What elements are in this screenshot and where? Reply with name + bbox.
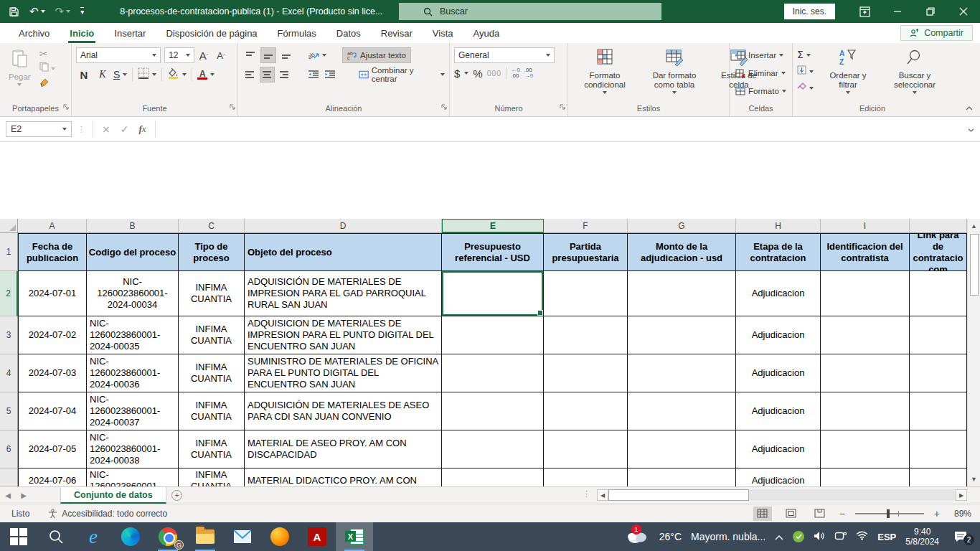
ribbon-display-options-icon[interactable] (848, 0, 881, 23)
cell-a2[interactable]: 2024-07-01 (18, 271, 87, 316)
cell-e4[interactable] (442, 354, 544, 392)
taskbar-file-explorer[interactable] (187, 522, 224, 551)
share-button[interactable]: Compartir (900, 25, 973, 41)
cell-j5[interactable] (910, 392, 967, 430)
cell-j7[interactable] (910, 468, 967, 486)
comma-style-icon[interactable]: 000 (487, 69, 502, 77)
cell-g5[interactable] (628, 392, 736, 430)
align-left-icon[interactable] (242, 67, 258, 83)
restore-button[interactable] (914, 0, 947, 23)
cell-b3[interactable]: NIC-1260023860001-2024-00035 (87, 316, 179, 354)
cell-h5[interactable]: Adjudicacion (736, 392, 821, 430)
delete-cells-button[interactable]: Eliminar (735, 65, 786, 81)
signin-button[interactable]: Inic. ses. (784, 4, 835, 19)
cell-c2[interactable]: INFIMA CUANTIA (179, 271, 245, 316)
zoom-slider-thumb[interactable] (887, 509, 890, 518)
taskbar-chrome[interactable]: G (149, 522, 187, 551)
cell-d5[interactable]: ADQUISICIÓN DE MATERIALES DE ASEO PARA C… (245, 392, 442, 430)
cell-h7[interactable]: Adjudicacion (736, 468, 821, 486)
conditional-formatting-button[interactable]: Formato condicional (573, 47, 637, 102)
align-middle-icon[interactable] (260, 47, 276, 63)
start-button[interactable] (0, 522, 37, 551)
underline-dropdown[interactable] (123, 73, 127, 76)
cell-d3[interactable]: ADQUISICION DE MATERIALES DE IMPRESION P… (245, 316, 442, 354)
scroll-down-icon[interactable]: ▼ (968, 472, 980, 486)
align-center-icon[interactable] (260, 67, 275, 83)
horizontal-scrollbar[interactable]: ◀ ▶ (597, 489, 967, 501)
cell-j6[interactable] (910, 430, 967, 468)
cell-c5[interactable]: INFIMA CUANTIA (179, 392, 245, 430)
undo-icon[interactable]: ↶ (29, 6, 45, 17)
zoom-out-icon[interactable]: − (839, 508, 845, 519)
save-icon[interactable] (9, 6, 19, 17)
font-size-combo[interactable]: 12 (164, 47, 194, 63)
italic-button[interactable]: K (95, 67, 110, 83)
merge-dropdown[interactable] (440, 73, 445, 76)
cell-e6[interactable] (442, 430, 544, 468)
scroll-up-icon[interactable]: ▲ (968, 219, 980, 233)
wifi-icon[interactable] (856, 531, 868, 542)
cell-b7[interactable]: NIC-1260023860001- (87, 468, 179, 486)
col-header-c[interactable]: C (179, 219, 245, 233)
row-header-6[interactable]: 6 (0, 430, 18, 468)
zoom-slider[interactable] (855, 513, 924, 514)
close-button[interactable] (947, 0, 980, 23)
cell-e5[interactable] (442, 392, 544, 430)
tab-inicio[interactable]: Inicio (60, 23, 104, 43)
portapapeles-dialog-launcher[interactable] (63, 100, 69, 113)
cell-h6[interactable]: Adjudicacion (736, 430, 821, 468)
cell-c3[interactable]: INFIMA CUANTIA (179, 316, 245, 354)
taskbar-firefox[interactable] (261, 522, 298, 551)
fuente-dialog-launcher[interactable] (230, 100, 235, 113)
cell-g4[interactable] (628, 354, 736, 392)
grow-font-button[interactable]: Aˆ (196, 47, 212, 63)
weather-widget[interactable]: 1 (626, 527, 650, 546)
cell-e7[interactable] (442, 468, 544, 486)
cell-c4[interactable]: INFIMA CUANTIA (179, 354, 245, 392)
cell-a7[interactable]: 2024-07-06 (18, 468, 87, 486)
horizontal-scroll-thumb[interactable] (608, 489, 749, 501)
zoom-in-icon[interactable]: + (934, 508, 940, 519)
header-cell[interactable]: Fecha de publicacion (18, 233, 87, 271)
cell-c7[interactable]: INFIMA CUANTIA (179, 468, 245, 486)
col-header-i[interactable]: I (821, 219, 910, 233)
cell-d4[interactable]: SUMINISTRO DE MATERIALES DE OFICINA PARA… (245, 354, 442, 392)
header-cell[interactable]: Etapa de la contratacion (736, 233, 821, 271)
tab-datos[interactable]: Datos (326, 23, 371, 43)
tab-disposicion[interactable]: Disposición de página (156, 23, 267, 43)
align-right-icon[interactable] (277, 67, 292, 83)
view-page-layout-icon[interactable] (782, 507, 801, 521)
cell-i2[interactable] (821, 271, 910, 316)
taskbar-excel[interactable]: X (336, 522, 373, 551)
header-cell[interactable]: Codigo del proceso (87, 233, 179, 271)
cell-i4[interactable] (821, 354, 910, 392)
insert-function-icon[interactable]: fx (138, 123, 146, 135)
header-cell[interactable]: Tipo de proceso (179, 233, 245, 271)
cell-b4[interactable]: NIC-1260023860001-2024-00036 (87, 354, 179, 392)
sheet-tab-active[interactable]: Conjunto de datos (60, 487, 166, 504)
decrease-decimal-icon[interactable]: ←0.00 (511, 67, 519, 79)
taskbar-internet-explorer[interactable]: e (75, 522, 112, 551)
cell-e3[interactable] (442, 316, 544, 354)
underline-button[interactable]: S (113, 69, 120, 80)
cell-d2[interactable]: ADQUISICIÓN DE MATERIALES DE IMPRESION P… (245, 271, 442, 316)
cell-g6[interactable] (628, 430, 736, 468)
find-select-button[interactable]: Buscar y seleccionar (882, 47, 947, 102)
orientation-icon[interactable]: ab (308, 50, 320, 60)
taskbar-search-button[interactable] (37, 522, 75, 551)
cell-a6[interactable]: 2024-07-05 (18, 430, 87, 468)
cell-h3[interactable]: Adjudicacion (736, 316, 821, 354)
cell-h2[interactable]: Adjudicacion (736, 271, 821, 316)
cell-g2[interactable] (628, 271, 736, 316)
cell-d7[interactable]: MATERIAL DIDACTICO PROY. AM CON (245, 468, 442, 486)
currency-dropdown[interactable] (464, 72, 468, 75)
row-header-1[interactable]: 1 (0, 233, 18, 271)
fill-color-dropdown[interactable] (182, 73, 187, 76)
cell-c6[interactable]: INFIMA CUANTIA (179, 430, 245, 468)
cell-a4[interactable]: 2024-07-03 (18, 354, 87, 392)
header-cell[interactable]: Link para de contratacio com (910, 233, 967, 271)
col-header-h[interactable]: H (736, 219, 821, 233)
orientation-dropdown[interactable] (322, 54, 326, 57)
clear-icon[interactable] (797, 81, 814, 94)
cell-i3[interactable] (821, 316, 910, 354)
